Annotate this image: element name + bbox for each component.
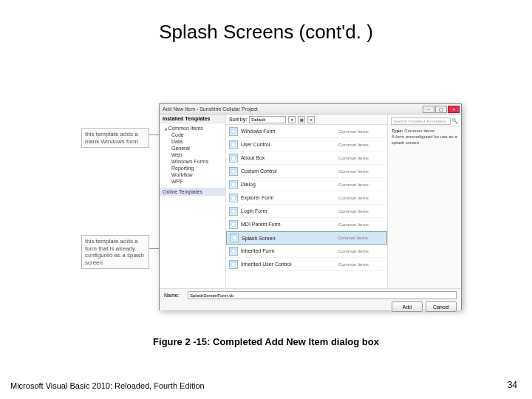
sort-row: Sort by: Default ▾ ▦ ≡ [226, 115, 387, 125]
figure-area: this template adds a blank Windows form … [81, 103, 466, 325]
form-icon [229, 207, 238, 216]
template-row[interactable]: MDI Parent FormCommon Items [226, 218, 387, 231]
maximize-button[interactable]: ▢ [435, 106, 447, 113]
form-icon [229, 167, 238, 176]
form-icon [229, 260, 238, 269]
template-list[interactable]: Windows FormCommon Items User ControlCom… [226, 125, 387, 288]
form-icon [229, 220, 238, 229]
sort-label: Sort by: [229, 117, 247, 122]
callout-bottom: this template adds a form that is alread… [81, 235, 149, 269]
template-row[interactable]: User ControlCommon Items [226, 138, 387, 151]
tree-node-common[interactable]: Common Items [164, 125, 225, 132]
tree-node[interactable]: General [164, 145, 225, 151]
form-icon [229, 247, 238, 256]
tree-node[interactable]: Windows Forms [164, 158, 225, 165]
template-list-panel: Sort by: Default ▾ ▦ ≡ Windows FormCommo… [226, 115, 387, 288]
template-row[interactable]: Login FormCommon Items [226, 205, 387, 218]
dialog-bottom: Name: SplashScreenForm.vb Add Cancel [160, 288, 461, 310]
minimize-button[interactable]: – [423, 106, 434, 113]
template-row[interactable]: About BoxCommon Items [226, 151, 387, 165]
sort-asc-button[interactable]: ▾ [288, 116, 296, 123]
form-icon [229, 180, 238, 189]
tree-node[interactable]: Reporting [164, 165, 225, 171]
installed-templates-head: Installed Templates [160, 115, 225, 123]
info-type-value: Common Items [404, 129, 434, 133]
info-panel: Search Installed Templates 🔍 Type: Commo… [387, 115, 461, 288]
tree-node[interactable]: Workflow [164, 171, 225, 178]
dialog-title: Add New Item - Sunshine Cellular Project [161, 106, 422, 112]
name-input[interactable]: SplashScreenForm.vb [188, 291, 457, 299]
tree-node[interactable]: Web [164, 151, 225, 158]
slide-title: Splash Screens (cont'd. ) [0, 0, 532, 44]
close-button[interactable]: × [448, 106, 460, 113]
template-row[interactable]: Explorer FormCommon Items [226, 191, 387, 205]
template-row-selected[interactable]: Splash ScreenCommon Items [226, 231, 387, 245]
dialog-titlebar[interactable]: Add New Item - Sunshine Cellular Project… [160, 104, 461, 115]
tree-node[interactable]: Data [164, 138, 225, 145]
page-number: 34 [508, 380, 517, 390]
view-grid-button[interactable]: ▦ [298, 116, 305, 123]
online-templates-head[interactable]: Online Templates [160, 188, 225, 196]
form-icon [229, 194, 238, 202]
info-description: A form preconfigured for use as a splash… [392, 134, 457, 145]
template-row[interactable]: Inherited FormCommon Items [226, 245, 387, 258]
add-button[interactable]: Add [392, 301, 423, 312]
view-list-button[interactable]: ≡ [307, 116, 315, 123]
template-row[interactable]: Windows FormCommon Items [226, 125, 387, 138]
form-icon [229, 140, 238, 149]
figure-caption: Figure 2 -15: Completed Add New Item dia… [0, 336, 532, 347]
cancel-button[interactable]: Cancel [426, 301, 457, 312]
template-row[interactable]: Custom ControlCommon Items [226, 165, 387, 178]
form-icon [229, 127, 238, 136]
search-icon[interactable]: 🔍 [451, 118, 458, 124]
callout-top: this template adds a blank Windows form [81, 128, 149, 148]
templates-tree-panel: Installed Templates Common Items Code Da… [160, 115, 226, 288]
template-row[interactable]: Inherited User ControlCommon Items [226, 258, 387, 271]
name-label: Name: [164, 293, 185, 298]
footer-text: Microsoft Visual Basic 2010: Reloaded, F… [10, 381, 205, 390]
template-row[interactable]: DialogCommon Items [226, 178, 387, 191]
sort-select[interactable]: Default [249, 116, 286, 123]
tree-node[interactable]: Code [164, 132, 225, 138]
form-icon [229, 154, 238, 163]
tree-node[interactable]: WPF [164, 178, 225, 185]
search-input[interactable]: Search Installed Templates [391, 117, 451, 125]
info-type-label: Type: [392, 129, 403, 133]
add-new-item-dialog: Add New Item - Sunshine Cellular Project… [159, 103, 462, 310]
form-icon [230, 233, 239, 242]
